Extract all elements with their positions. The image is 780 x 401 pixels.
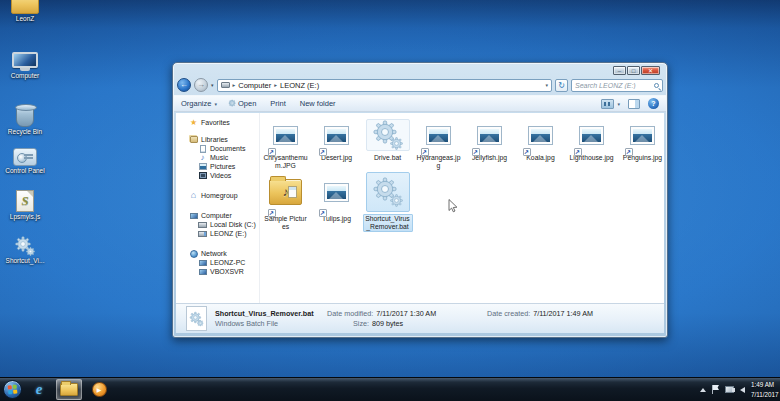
breadcrumb-computer[interactable]: Computer (238, 81, 271, 90)
address-dropdown-icon[interactable]: ▾ (545, 82, 548, 88)
desktop-icon-computer[interactable]: Computer (2, 52, 48, 79)
sidebar-item-network[interactable]: Network (176, 249, 259, 258)
sidebar-item-documents[interactable]: Documents (176, 144, 259, 153)
sidebar-item-homegroup[interactable]: ⌂ Homegroup (176, 191, 259, 200)
file-list: ↗ Chrysanthemum.JPG ↗ Desert.jpg (260, 113, 664, 303)
change-view-button[interactable]: ▾ (601, 99, 620, 109)
taskbar-internet-explorer-button[interactable]: e (26, 379, 52, 400)
desktop-icon-recycle-bin[interactable]: Recycle Bin (2, 105, 48, 135)
address-row: ← → ▾ ▸ Computer ▸ LEONZ (E:) ▾ ↻ Search… (177, 76, 663, 94)
start-button[interactable] (3, 380, 22, 399)
new-folder-button[interactable]: New folder (300, 99, 336, 108)
file-drive-bat[interactable]: Drive.bat (362, 119, 413, 171)
sidebar-label: VBOXSVR (210, 268, 244, 275)
date-modified-value: 7/11/2017 1:30 AM (376, 309, 436, 318)
sidebar-item-libraries[interactable]: Libraries (176, 135, 259, 144)
shortcut-arrow-icon: ↗ (472, 148, 480, 156)
print-button[interactable]: Print (270, 99, 285, 108)
clock-date: 7/11/2017 (751, 390, 780, 399)
folder-icon (11, 0, 39, 14)
file-desert[interactable]: ↗ Desert.jpg (311, 119, 362, 171)
usb-drive-icon (198, 229, 207, 238)
file-jellyfish[interactable]: ↗ Jellyfish.jpg (464, 119, 515, 171)
taskbar-media-player-button[interactable]: ▶ (86, 379, 112, 400)
sidebar-item-leonz-pc[interactable]: LEONZ-PC (176, 258, 259, 267)
details-file-type: Windows Batch File (215, 319, 327, 328)
navigation-pane: ★ Favorites Libraries Documents ♪ Music (176, 113, 260, 303)
help-button[interactable]: ? (648, 98, 659, 109)
desktop-icon-label: Computer (11, 72, 40, 79)
forward-button[interactable]: → (194, 78, 208, 92)
size-label: Size: (353, 319, 369, 328)
action-center-icon[interactable] (712, 385, 719, 394)
details-date-created: Date created: 7/11/2017 1:49 AM (487, 309, 593, 318)
size-value: 809 bytes (372, 319, 403, 328)
explorer-main: ★ Favorites Libraries Documents ♪ Music (176, 113, 664, 303)
file-chrysanthemum[interactable]: ↗ Chrysanthemum.JPG (260, 119, 311, 171)
documents-icon (198, 144, 207, 153)
file-sample-pictures[interactable]: ♪ ↗ Sample Pictures (260, 172, 311, 232)
sidebar-item-music[interactable]: ♪ Music (176, 153, 259, 162)
desktop-icon-batch-file[interactable]: Shortcut_Vi... (2, 236, 48, 264)
volume-icon[interactable] (740, 387, 745, 393)
open-button[interactable]: Open (231, 99, 256, 108)
file-lighthouse[interactable]: ↗ Lighthouse.jpg (566, 119, 617, 171)
sidebar-item-videos[interactable]: Videos (176, 171, 259, 180)
desktop-icon-script-file[interactable]: S Lpsmyls.js (2, 190, 48, 220)
sidebar-item-vboxsvr[interactable]: VBOXSVR (176, 267, 259, 276)
sidebar-item-favorites[interactable]: ★ Favorites (176, 118, 259, 127)
breadcrumb-leonz-drive[interactable]: LEONZ (E:) (280, 81, 319, 90)
sidebar-item-pictures[interactable]: Pictures (176, 162, 259, 171)
image-file-icon (528, 126, 553, 145)
organize-button[interactable]: Organize ▾ (181, 99, 217, 108)
sidebar-item-computer[interactable]: Computer (176, 211, 259, 220)
desktop-icon-control-panel[interactable]: Control Panel (2, 148, 48, 174)
close-button[interactable]: ✕ (641, 66, 660, 75)
file-koala[interactable]: ↗ Koala.jpg (515, 119, 566, 171)
network-icon (189, 249, 198, 258)
new-folder-label: New folder (300, 99, 336, 108)
preview-pane-button[interactable] (628, 99, 640, 109)
desktop-icon-label: Shortcut_Vi... (6, 257, 45, 264)
refresh-button[interactable]: ↻ (555, 79, 568, 92)
file-tulips[interactable]: ↗ Tulips.jpg (311, 172, 362, 232)
sidebar-item-leonz-e[interactable]: LEONZ (E:) (176, 229, 259, 238)
taskbar: e ▶ 1:49 AM 7/11/2017 (0, 377, 780, 401)
organize-label: Organize (181, 99, 211, 108)
photo-thumb-icon (288, 186, 297, 198)
desktop-icon-leonz-folder[interactable]: LeonZ (2, 0, 48, 22)
folder-icon: ♪ (269, 179, 302, 205)
mouse-cursor (448, 199, 459, 214)
image-file-icon (324, 126, 349, 145)
details-file-name: Shortcut_Virus_Remover.bat (215, 309, 327, 318)
desktop: LeonZ Computer Recycle Bin Control Panel… (0, 0, 780, 401)
taskbar-clock[interactable]: 1:49 AM 7/11/2017 (751, 380, 780, 398)
address-bar[interactable]: ▸ Computer ▸ LEONZ (E:) ▾ (217, 79, 552, 92)
desktop-icon-label: Lpsmyls.js (10, 213, 40, 220)
gear-icon (373, 177, 403, 207)
file-hydrangeas[interactable]: ↗ Hydrangeas.jpg (413, 119, 464, 171)
back-button[interactable]: ← (177, 78, 191, 92)
file-shortcut-virus-remover[interactable]: Shortcut_Virus_Remover.bat (362, 172, 413, 232)
sidebar-label: Homegroup (201, 192, 238, 199)
toolbar-right-group: ▾ ? (601, 98, 659, 109)
file-penguins[interactable]: ↗ Penguins.jpg (617, 119, 668, 171)
recent-pages-dropdown-icon[interactable]: ▾ (211, 82, 214, 88)
gear-icon (15, 236, 35, 256)
drive-icon (221, 82, 230, 88)
show-hidden-icons-button[interactable] (700, 388, 706, 392)
chevron-down-icon: ▾ (617, 101, 620, 107)
sidebar-label: Computer (201, 212, 232, 219)
taskbar-windows-explorer-button[interactable] (56, 379, 82, 400)
maximize-button[interactable]: □ (627, 66, 640, 75)
sidebar-item-local-disk-c[interactable]: Local Disk (C:) (176, 220, 259, 229)
computer-icon (198, 258, 207, 267)
minimize-button[interactable]: – (613, 66, 626, 75)
folder-icon (60, 383, 78, 396)
explorer-window: – □ ✕ ← → ▾ ▸ Computer ▸ LEONZ (E:) ▾ ↻ … (172, 62, 668, 338)
clock-time: 1:49 AM (751, 380, 780, 389)
sidebar-label: Libraries (201, 136, 228, 143)
file-label-selected: Shortcut_Virus_Remover.bat (363, 214, 413, 232)
search-input[interactable]: Search LEONZ (E:) (571, 79, 663, 92)
gear-icon (228, 99, 237, 108)
